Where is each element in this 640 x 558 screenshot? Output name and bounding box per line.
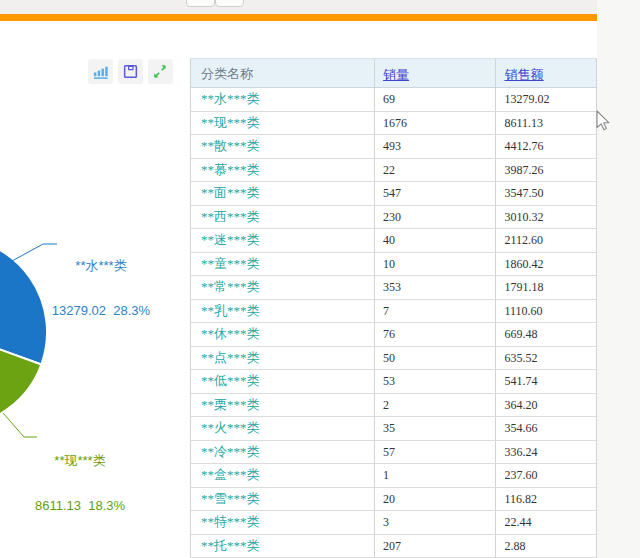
table-row[interactable]: **童***类 10 1860.42 <box>191 253 596 277</box>
cell-sales-amount: 669.48 <box>496 323 596 346</box>
table-body: **水***类 69 13279.02 **现***类 1676 8611.13… <box>191 88 596 558</box>
pie-label-blue: **水***类 13279.02 28.3% <box>42 228 160 333</box>
save-icon <box>122 63 139 80</box>
cell-sales-qty: 1676 <box>375 112 496 135</box>
table-row[interactable]: **雪***类 20 116.82 <box>191 488 596 512</box>
cell-sales-amount: 3010.32 <box>496 206 596 229</box>
cell-sales-amount: 635.52 <box>496 347 596 370</box>
mouse-cursor <box>596 110 612 134</box>
cell-sales-amount: 541.74 <box>496 370 596 393</box>
table-row[interactable]: **面***类 547 3547.50 <box>191 182 596 206</box>
table-row[interactable]: **特***类 3 22.44 <box>191 511 596 535</box>
pie-label-green: **现***类 8611.13 18.3% <box>20 423 140 528</box>
cell-category-name: **西***类 <box>191 206 375 229</box>
page-right-gutter <box>597 0 640 558</box>
cell-sales-amount: 3547.50 <box>496 182 596 205</box>
cell-category-name: **低***类 <box>191 370 375 393</box>
partial-tab-right[interactable] <box>215 0 244 7</box>
cell-sales-amount: 22.44 <box>496 511 596 534</box>
cell-sales-amount: 2112.60 <box>496 229 596 252</box>
cell-category-name: **雪***类 <box>191 488 375 511</box>
cell-sales-qty: 7 <box>375 300 496 323</box>
table-row[interactable]: **迷***类 40 2112.60 <box>191 229 596 253</box>
cell-sales-qty: 10 <box>375 253 496 276</box>
cell-sales-amount: 4412.76 <box>496 135 596 158</box>
cell-sales-qty: 69 <box>375 88 496 111</box>
cell-sales-amount: 3987.26 <box>496 159 596 182</box>
cell-sales-amount: 2.88 <box>496 535 596 558</box>
cell-category-name: **火***类 <box>191 417 375 440</box>
cell-category-name: **现***类 <box>191 112 375 135</box>
table-row[interactable]: **西***类 230 3010.32 <box>191 206 596 230</box>
cell-sales-amount: 1110.60 <box>496 300 596 323</box>
table-row[interactable]: **点***类 50 635.52 <box>191 347 596 371</box>
table-row[interactable]: **水***类 69 13279.02 <box>191 88 596 112</box>
cell-category-name: **冷***类 <box>191 441 375 464</box>
bar-chart-icon <box>92 63 109 80</box>
cell-sales-qty: 53 <box>375 370 496 393</box>
cell-category-name: **面***类 <box>191 182 375 205</box>
cell-sales-amount: 8611.13 <box>496 112 596 135</box>
cell-sales-amount: 237.60 <box>496 464 596 487</box>
cell-category-name: **休***类 <box>191 323 375 346</box>
table-row[interactable]: **常***类 353 1791.18 <box>191 276 596 300</box>
cell-sales-qty: 57 <box>375 441 496 464</box>
table-row[interactable]: **盒***类 1 237.60 <box>191 464 596 488</box>
table-row[interactable]: **乳***类 7 1110.60 <box>191 300 596 324</box>
table-row[interactable]: **栗***类 2 364.20 <box>191 394 596 418</box>
cell-category-name: **水***类 <box>191 88 375 111</box>
cell-sales-qty: 35 <box>375 417 496 440</box>
table-row[interactable]: **慕***类 22 3987.26 <box>191 159 596 183</box>
header-category-name: 分类名称 <box>191 59 375 87</box>
cell-category-name: **乳***类 <box>191 300 375 323</box>
cell-sales-amount: 13279.02 <box>496 88 596 111</box>
cell-category-name: **盒***类 <box>191 464 375 487</box>
pie-label-green-value: 8611.13 18.3% <box>20 498 140 513</box>
cell-sales-qty: 207 <box>375 535 496 558</box>
cell-category-name: **散***类 <box>191 135 375 158</box>
cell-sales-qty: 230 <box>375 206 496 229</box>
table-row[interactable]: **散***类 493 4412.76 <box>191 135 596 159</box>
top-strip <box>0 0 597 14</box>
cell-sales-qty: 3 <box>375 511 496 534</box>
chart-toolbar <box>88 59 173 84</box>
cell-sales-amount: 1860.42 <box>496 253 596 276</box>
cell-sales-qty: 493 <box>375 135 496 158</box>
cell-sales-qty: 353 <box>375 276 496 299</box>
cell-category-name: **特***类 <box>191 511 375 534</box>
category-sales-table: 分类名称 销量 销售额 **水***类 69 13279.02 **现***类 … <box>190 58 597 558</box>
cell-sales-qty: 1 <box>375 464 496 487</box>
table-row[interactable]: **现***类 1676 8611.13 <box>191 112 596 136</box>
table-row[interactable]: **低***类 53 541.74 <box>191 370 596 394</box>
cell-category-name: **栗***类 <box>191 394 375 417</box>
cell-category-name: **慕***类 <box>191 159 375 182</box>
cell-sales-amount: 1791.18 <box>496 276 596 299</box>
cell-sales-qty: 547 <box>375 182 496 205</box>
table-row[interactable]: **托***类 207 2.88 <box>191 535 596 558</box>
cell-sales-qty: 22 <box>375 159 496 182</box>
cell-category-name: **点***类 <box>191 347 375 370</box>
cell-sales-qty: 50 <box>375 347 496 370</box>
header-sales-qty-sort-link[interactable]: 销量 <box>383 67 409 82</box>
cell-category-name: **童***类 <box>191 253 375 276</box>
cell-category-name: **常***类 <box>191 276 375 299</box>
pie-slice-blue[interactable] <box>0 237 47 365</box>
table-row[interactable]: **休***类 76 669.48 <box>191 323 596 347</box>
header-sales-amount-sort-link[interactable]: 销售额 <box>504 67 543 82</box>
save-image-button[interactable] <box>118 59 143 84</box>
bar-chart-toggle-button[interactable] <box>88 59 113 84</box>
cell-sales-qty: 20 <box>375 488 496 511</box>
table-header-row: 分类名称 销量 销售额 <box>191 59 596 88</box>
pie-label-blue-value: 13279.02 28.3% <box>42 303 160 318</box>
pie-label-blue-name: **水***类 <box>42 258 160 273</box>
table-row[interactable]: **冷***类 57 336.24 <box>191 441 596 465</box>
cell-sales-qty: 40 <box>375 229 496 252</box>
accent-divider-bar <box>0 14 597 21</box>
expand-fullscreen-button[interactable] <box>148 59 173 84</box>
cell-sales-qty: 2 <box>375 394 496 417</box>
pie-label-green-name: **现***类 <box>20 453 140 468</box>
partial-tab-left[interactable] <box>186 0 215 7</box>
table-row[interactable]: **火***类 35 354.66 <box>191 417 596 441</box>
cell-category-name: **托***类 <box>191 535 375 558</box>
cell-category-name: **迷***类 <box>191 229 375 252</box>
